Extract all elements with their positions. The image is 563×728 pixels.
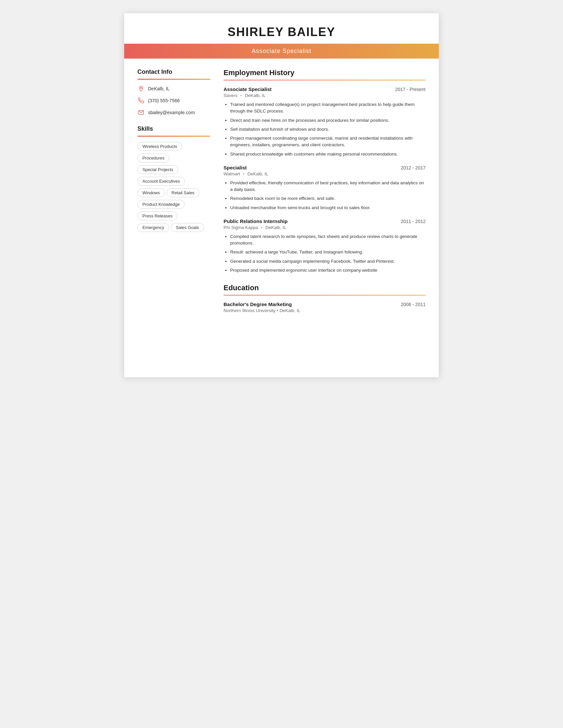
job-bullet: Sell installation and furnish of windows… [230, 126, 426, 133]
skills-list: Wireless ProductsProceduresSpecial Proje… [137, 142, 210, 235]
jobs-list: Associate Specialist2017 - PresentSavers… [223, 86, 426, 274]
job-bullet: Project management coordinating large co… [230, 135, 426, 149]
skill-tag: Product Knowledge [137, 200, 185, 209]
contact-location: DeKalb, IL [137, 85, 210, 92]
skills-section: Skills Wireless ProductsProceduresSpecia… [137, 125, 210, 235]
location-icon [137, 85, 145, 92]
job-bullet: Remodeled back room to be more efficient… [230, 195, 426, 202]
edu-header: Bachelor's Degree Marketing2008 - 2011 [223, 301, 426, 307]
job-org: Savers • DeKalb, IL [223, 93, 426, 98]
job-bullet: Trained and mentored colleague(s) on pro… [230, 101, 426, 115]
svg-point-0 [140, 87, 142, 89]
job-title: Specialist [223, 165, 247, 170]
contact-section-title: Contact Info [137, 68, 210, 75]
candidate-name: SHIRLEY BAILEY [131, 25, 432, 39]
job-header: Associate Specialist2017 - Present [223, 86, 426, 92]
education-section: Education Bachelor's Degree Marketing200… [223, 284, 426, 313]
phone-text: (370) 555-7566 [148, 98, 180, 103]
employment-section: Employment History Associate Specialist2… [223, 68, 426, 274]
job-bullet: Result: achieved a large YouTube, Twitte… [230, 249, 426, 255]
skill-tag: Retail Sales [166, 188, 199, 197]
email-icon [137, 109, 145, 116]
job-org: Walmart • DeKalb, IL [223, 171, 426, 176]
job-bullet: Provided effective, friendly communicati… [230, 180, 426, 193]
job-bullet: Direct and train new hires on the proces… [230, 117, 426, 124]
job-bullet: Compiled talent research to write synops… [230, 233, 426, 247]
job-entry: Specialist2012 - 2017Walmart • DeKalb, I… [223, 165, 426, 211]
candidate-title: Associate Specialist [124, 48, 439, 55]
job-bullets: Trained and mentored colleague(s) on pro… [223, 101, 426, 158]
job-dates: 2017 - Present [395, 87, 426, 92]
education-divider [223, 295, 426, 296]
job-header: Public Relations Internship2011 - 2012 [223, 218, 426, 224]
job-title: Associate Specialist [223, 86, 271, 92]
location-text: DeKalb, IL [148, 86, 169, 91]
body-layout: Contact Info DeKalb, IL (370) 555-7 [124, 59, 439, 336]
skill-tag: Sales Goals [171, 223, 204, 232]
skill-tag: Account Executives [137, 177, 185, 186]
education-list: Bachelor's Degree Marketing2008 - 2011No… [223, 301, 426, 313]
job-bullet: Generated a social media campaign implem… [230, 258, 426, 265]
education-section-title: Education [223, 284, 426, 292]
email-text: sbailey@example.com [148, 110, 195, 115]
left-column: Contact Info DeKalb, IL (370) 555-7 [137, 68, 210, 323]
skill-tag: Special Projects [137, 165, 178, 174]
job-bullet: Shared product knowledge with customers … [230, 151, 426, 158]
job-header: Specialist2012 - 2017 [223, 165, 426, 170]
skill-tag: Emergency [137, 223, 169, 232]
edu-entry: Bachelor's Degree Marketing2008 - 2011No… [223, 301, 426, 313]
contact-phone: (370) 555-7566 [137, 97, 210, 104]
employment-divider [223, 80, 426, 80]
phone-icon [137, 97, 145, 104]
skill-tag: Procedures [137, 154, 169, 162]
job-dates: 2011 - 2012 [401, 219, 426, 224]
title-bar: Associate Specialist [124, 44, 439, 59]
job-entry: Public Relations Internship2011 - 2012Ph… [223, 218, 426, 274]
skill-tag: Wireless Products [137, 142, 182, 151]
skill-tag: Press Releases [137, 211, 177, 220]
job-org: Phi Sigma Kappa • DeKalb, IL [223, 225, 426, 230]
contact-divider [137, 79, 210, 80]
right-column: Employment History Associate Specialist2… [223, 68, 426, 323]
contact-email: sbailey@example.com [137, 109, 210, 116]
edu-dates: 2008 - 2011 [401, 302, 426, 307]
header: SHIRLEY BAILEY [124, 13, 439, 39]
skill-tag: Windows [137, 188, 165, 197]
job-bullet: Proposed and implemented ergonomic user … [230, 267, 426, 274]
job-bullet: Unloaded merchandise from semi-trucks an… [230, 205, 426, 211]
job-title: Public Relations Internship [223, 218, 288, 224]
job-dates: 2012 - 2017 [401, 165, 426, 170]
skills-divider [137, 136, 210, 137]
employment-section-title: Employment History [223, 68, 426, 77]
job-entry: Associate Specialist2017 - PresentSavers… [223, 86, 426, 158]
edu-degree: Bachelor's Degree Marketing [223, 301, 292, 307]
skills-section-title: Skills [137, 125, 210, 132]
job-bullets: Compiled talent research to write synops… [223, 233, 426, 274]
resume-container: SHIRLEY BAILEY Associate Specialist Cont… [124, 13, 439, 377]
edu-org: Northern Illinois University • DeKalb, I… [223, 308, 426, 313]
job-bullets: Provided effective, friendly communicati… [223, 180, 426, 211]
